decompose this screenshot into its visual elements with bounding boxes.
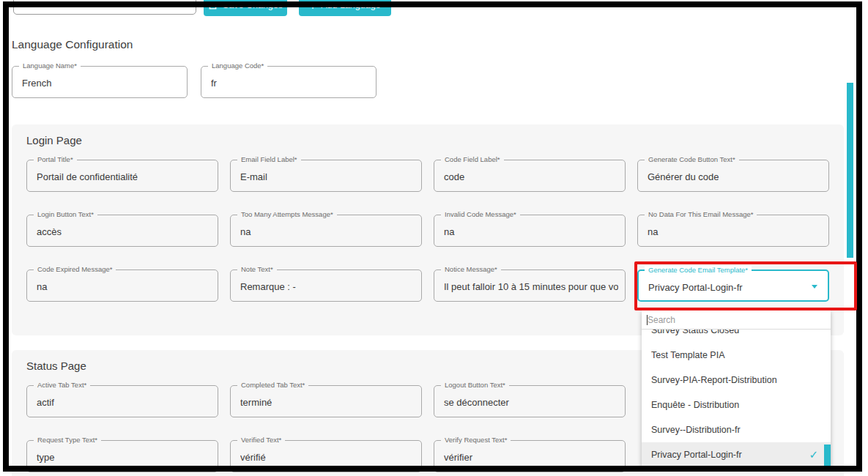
dropdown-options-list: Survey Status Closed Test Template PIA S…	[642, 330, 831, 466]
field-note-text[interactable]: Note Text* Remarque : -	[230, 269, 422, 302]
page-scrollbar-thumb[interactable]	[847, 83, 853, 258]
option-privacy-portal-login-fr[interactable]: Privacy Portal-Login-fr ✓	[642, 442, 831, 466]
save-icon	[208, 1, 218, 10]
dropdown-options-viewport: Survey Status Closed Test Template PIA S…	[642, 330, 831, 466]
plus-icon: +	[309, 0, 316, 11]
check-icon: ✓	[809, 442, 818, 466]
field-language-code[interactable]: Language Code* fr	[201, 66, 376, 98]
field-request-type-text[interactable]: Request Type Text* type	[26, 440, 218, 472]
language-select-input[interactable]	[13, 0, 196, 15]
field-email-field-label[interactable]: Email Field Label* E-mail	[230, 160, 422, 192]
option-survey-pia-report-distribution[interactable]: Survey-PIA-Report-Distribution	[642, 368, 831, 393]
field-completed-tab-text[interactable]: Completed Tab Text* terminé	[230, 385, 422, 417]
field-active-tab-text[interactable]: Active Tab Text* actif	[26, 385, 218, 417]
dropdown-scrollbar-thumb[interactable]	[824, 445, 831, 466]
field-logout-button-text[interactable]: Logout Button Text* se déconnecter	[434, 385, 626, 417]
save-button-label: Save Changes	[223, 0, 283, 10]
login-page-grid: Portal Title* Portail de confidentialité…	[26, 160, 829, 302]
chevron-down-icon[interactable]	[812, 285, 817, 289]
field-too-many-attempts-message[interactable]: Too Many Attempts Message* na	[230, 215, 422, 247]
field-language-name[interactable]: Language Name* French	[12, 66, 188, 98]
option-enquete-distribution[interactable]: Enquête - Distribution	[642, 393, 831, 417]
language-config-row: Language Name* French Language Code* fr	[12, 66, 376, 98]
field-code-expired-message[interactable]: Code Expired Message* na	[26, 269, 218, 302]
field-verified-text[interactable]: Verified Text* vérifié	[230, 440, 422, 472]
login-page-card: Login Page Portal Title* Portail de conf…	[12, 124, 844, 335]
field-value: French	[22, 78, 180, 89]
field-code-field-label[interactable]: Code Field Label* code	[434, 160, 626, 192]
option-test-template-pia[interactable]: Test Template PIA	[642, 343, 831, 368]
add-button-label: Add Language	[321, 0, 380, 10]
field-generate-code-email-template[interactable]: Generate Code Email Template* Privacy Po…	[637, 269, 829, 302]
email-template-dropdown: Survey Status Closed Test Template PIA S…	[642, 310, 831, 466]
login-page-title: Login Page	[26, 134, 844, 146]
add-language-button[interactable]: + Add Language	[299, 0, 391, 16]
field-generate-code-button-text[interactable]: Generate Code Button Text* Générer du co…	[637, 160, 829, 192]
field-no-data-for-this-email-message[interactable]: No Data For This Email Message* na	[637, 215, 829, 247]
option-survey-distribution-fr[interactable]: Survey--Distribution-fr	[642, 417, 831, 442]
search-input[interactable]	[648, 313, 820, 327]
field-verify-request-text[interactable]: Verify Request Text* vérifier	[434, 440, 626, 472]
field-portal-title[interactable]: Portal Title* Portail de confidentialité	[26, 160, 218, 192]
field-login-button-text[interactable]: Login Button Text* accès	[26, 215, 218, 247]
field-value: fr	[211, 78, 369, 89]
save-changes-button[interactable]: Save Changes	[204, 0, 287, 16]
field-invalid-code-message[interactable]: Invalid Code Message* na	[434, 215, 626, 247]
field-notice-message[interactable]: Notice Message* Il peut falloir 10 à 15 …	[434, 269, 626, 302]
page-title: Language Configuration	[12, 38, 133, 51]
dropdown-search[interactable]	[642, 310, 831, 330]
field-label: Language Code*	[208, 62, 267, 70]
field-label: Language Name*	[19, 62, 81, 70]
option-survey-status-closed[interactable]: Survey Status Closed	[642, 330, 831, 343]
